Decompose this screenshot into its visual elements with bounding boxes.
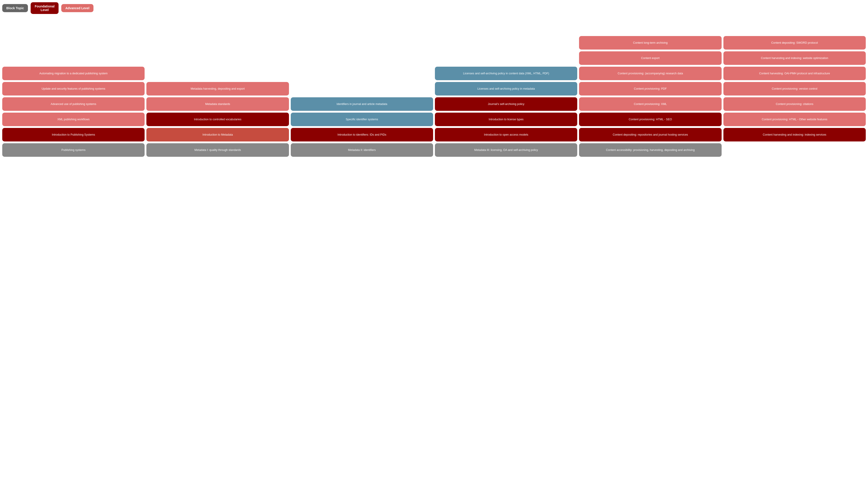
card-c5_7: Content depositing: repositories and jou… [579,128,721,142]
column-col4: Licenses and self-archiving policy in co… [435,36,577,157]
card-c6_3: Content harvesting: OAI-PMH protocol and… [723,67,866,80]
card-c2_3: Introduction to controlled vocabularies [146,113,289,126]
card-c4_6: Metadata III: licensing, OA and self-arc… [435,143,577,157]
legend: Block Topic Foundational Level Advanced … [2,2,866,14]
card-c6_4: Content provisioning: version control [723,82,866,95]
column-col2: Metadata harvesting, depositing and expo… [146,21,289,157]
card-c6_2: Content harvesting and indexing: website… [723,51,866,65]
card-c1_3: Advanced use of publishing systems [2,97,145,111]
card-c6_7: Content harvesting and indexing: indexin… [723,128,866,142]
card-c2_4: Introduction to Metadata [146,128,289,142]
card-c2_1: Metadata harvesting, depositing and expo… [146,82,289,95]
card-c1_6: Publishing systems [2,143,145,157]
column-col6: Content depositing: SWORD protocolConten… [723,36,866,157]
card-c6_1: Content depositing: SWORD protocol [723,36,866,50]
card-c1_4: XML publishing workflows [2,113,145,126]
card-c5_2: Content export [579,51,721,65]
card-c5_1: Content long-term archiving [579,36,721,50]
card-c4_2: Licenses and self-archiving policy in me… [435,82,577,95]
card-c4_1: Licenses and self-archiving policy in co… [435,67,577,80]
card-c5_4: Content provisioning: PDF [579,82,721,95]
card-c5_3: Content provisioning: (accompanying) res… [579,67,721,80]
card-c6_6: Content provisioning: HTML - Other websi… [723,113,866,126]
card-c2_5: Metadata I: quality through standards [146,143,289,157]
card-c1_2: Update and security features of publishi… [2,82,145,95]
card-c1_5: Introduction to Publishing Systems [2,128,145,142]
card-c4_4: Introduction to license types [435,113,577,126]
card-c2_2: Metadata standards [146,97,289,111]
card-c6_5: Content provisioning: citations [723,97,866,111]
legend-foundational-level: Foundational Level [31,2,59,14]
card-c4_3: Journal's self-archiving policy [435,97,577,111]
card-c3_2: Specific identifier systems [291,113,433,126]
card-c3_4: Metadata II: identifiers [291,143,433,157]
column-col1: Automating migration to a dedicated publ… [2,21,145,157]
card-c1_1: Automating migration to a dedicated publ… [2,67,145,80]
card-c3_1: Identifiers in journal and article metad… [291,97,433,111]
card-c5_6: Content provisioning: HTML - SEO [579,113,721,126]
column-col5: Content long-term archivingContent expor… [579,36,721,157]
curriculum-grid: Automating migration to a dedicated publ… [2,21,866,157]
card-c4_5: Introduction to open access models [435,128,577,142]
card-c5_5: Content provisioning: XML [579,97,721,111]
legend-advanced-level: Advanced Level [61,4,93,12]
card-c3_3: Introduction to identifiers: IDs and PID… [291,128,433,142]
card-c5_8: Content accessibility: provisioning, har… [579,143,721,157]
legend-block-topic: Block Topic [2,4,28,12]
column-col3: Identifiers in journal and article metad… [291,21,433,157]
